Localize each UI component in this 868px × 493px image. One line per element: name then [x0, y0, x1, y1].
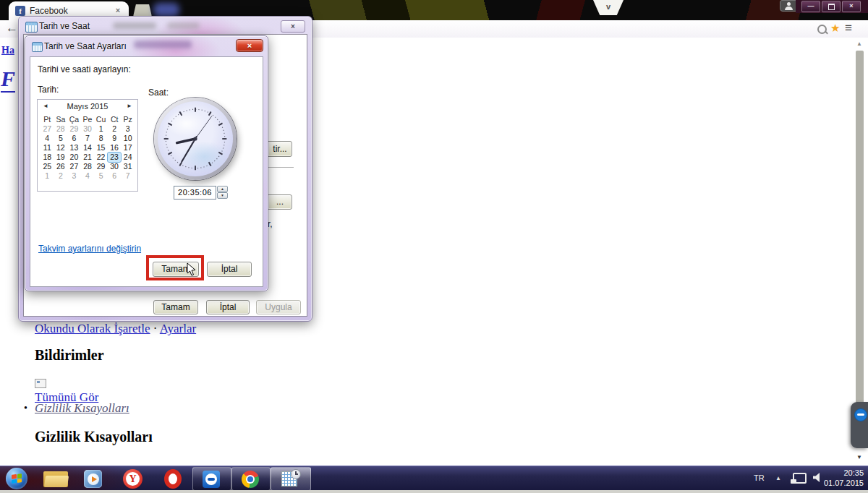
bookmark-star-icon[interactable]: ★ — [830, 22, 840, 35]
settings-link[interactable]: Ayarlar — [160, 322, 196, 335]
cancel-button[interactable]: İptal — [206, 300, 250, 314]
calendar-day[interactable]: 30 — [81, 124, 95, 134]
calendar-day[interactable]: 28 — [54, 124, 68, 134]
scrollbar-down-icon[interactable]: ▼ — [856, 454, 862, 460]
calendar-day[interactable]: 30 — [108, 162, 122, 171]
calendar-day[interactable]: 2 — [54, 171, 68, 181]
calendar-day[interactable]: 4 — [81, 171, 95, 181]
tab-title: Facebook — [30, 6, 68, 16]
yandex-browser-icon[interactable]: Y — [123, 469, 142, 489]
calendar-day[interactable]: 1 — [41, 171, 54, 181]
calendar-day[interactable]: 4 — [41, 134, 54, 143]
calendar-day[interactable]: 18 — [41, 153, 54, 162]
calendar-day[interactable]: 26 — [54, 162, 68, 171]
time-input[interactable]: 20:35:06 — [174, 186, 216, 200]
calendar-day[interactable]: 2 — [108, 124, 122, 134]
network-icon[interactable] — [793, 473, 807, 484]
teamviewer-icon — [203, 471, 220, 488]
restore-button[interactable] — [822, 1, 841, 12]
calendar-day[interactable]: 13 — [67, 143, 81, 153]
calendar-day[interactable]: 31 — [121, 162, 135, 171]
calendar-day[interactable]: 10 — [121, 134, 135, 143]
opera-icon[interactable] — [164, 469, 182, 489]
calendar-day[interactable]: 8 — [94, 134, 108, 143]
time-spinner-up-icon[interactable]: ▲ — [217, 186, 228, 192]
calendar-day[interactable]: 15 — [94, 143, 108, 153]
apply-button: Uygula — [256, 300, 301, 314]
calendar-day[interactable]: 7 — [81, 134, 95, 143]
scrollbar-up-icon[interactable]: ▲ — [856, 40, 862, 47]
calendar-day[interactable]: 11 — [41, 143, 54, 153]
teamviewer-side-panel-tab[interactable] — [851, 402, 868, 448]
calendar-day[interactable]: 17 — [121, 143, 135, 153]
calendar-day[interactable]: 27 — [41, 124, 54, 134]
calendar-day[interactable]: 1 — [94, 124, 108, 134]
calendar-day[interactable]: 20 — [67, 153, 81, 162]
back-button-icon[interactable]: ← — [6, 21, 18, 35]
menu-icon[interactable]: ≡ — [845, 21, 853, 35]
taskbar-datetime-button[interactable] — [271, 467, 311, 491]
change-date-time-button-fragment[interactable]: tir... — [268, 141, 292, 157]
change-time-zone-button-fragment[interactable]: ... — [268, 194, 292, 210]
links-row: Okundu Olarak İşaretle · Ayarlar — [35, 322, 196, 336]
change-calendar-settings-link[interactable]: Takvim ayarlarını değiştirin — [38, 244, 141, 254]
close-dialog-button[interactable]: × — [236, 39, 263, 52]
calendar-day[interactable]: 22 — [94, 153, 108, 162]
time-spinner-down-icon[interactable]: ▼ — [217, 192, 228, 199]
window-controls: — × — [796, 0, 868, 13]
calendar-day[interactable]: 21 — [81, 153, 95, 162]
calendar-next-icon[interactable]: ► — [127, 103, 132, 109]
calendar-day[interactable]: 6 — [108, 171, 122, 181]
calendar-day[interactable]: 7 — [121, 171, 135, 181]
calendar-day[interactable]: 24 — [121, 153, 135, 162]
calendar-day[interactable]: 5 — [94, 171, 108, 181]
close-dialog-button[interactable]: × — [281, 20, 305, 33]
close-window-button[interactable]: × — [842, 1, 861, 12]
new-tab-button[interactable] — [133, 4, 152, 17]
notifications-heading: Bildirimler — [35, 347, 104, 364]
media-player-icon[interactable] — [84, 470, 102, 488]
volume-icon[interactable] — [813, 473, 820, 482]
tab-close-icon[interactable]: × — [113, 5, 123, 15]
calendar-day[interactable]: 3 — [121, 124, 135, 134]
dialog-body: Tarihi ve saati ayarlayın: Tarih: Saat: … — [30, 56, 263, 287]
language-indicator[interactable]: TR — [754, 473, 765, 482]
start-button[interactable] — [6, 468, 27, 489]
clock-svg — [158, 101, 233, 176]
partial-link-fragment[interactable]: Ha — [1, 45, 14, 56]
privacy-heading: Gizlilik Kısayolları — [35, 429, 153, 445]
page-scrollbar[interactable]: ▲ ▼ — [854, 40, 866, 464]
taskbar-chrome-button[interactable] — [231, 467, 271, 491]
calendar-day[interactable]: 19 — [54, 153, 68, 162]
ok-button[interactable]: Tamam — [153, 300, 198, 314]
calendar-weekday: Ça — [67, 115, 81, 124]
tray-clock[interactable]: 20:35 01.07.2015 — [824, 468, 864, 488]
privacy-shortcuts-link[interactable]: Gizlilik Kısayolları — [35, 401, 129, 416]
calendar-day[interactable]: 5 — [54, 134, 68, 143]
calendar-day[interactable]: 14 — [81, 143, 95, 153]
explorer-icon[interactable] — [43, 471, 68, 487]
calendar-day[interactable]: 27 — [67, 162, 81, 171]
minimize-button[interactable]: — — [801, 1, 820, 12]
calendar-day-selected[interactable]: 23 — [108, 153, 122, 162]
calendar-day[interactable]: 6 — [67, 134, 81, 143]
mark-read-link[interactable]: Okundu Olarak İşaretle — [35, 322, 150, 335]
hidden-icons-icon[interactable]: ▲ — [775, 475, 781, 481]
blurred-artifact — [113, 22, 156, 29]
taskbar-teamviewer-button[interactable] — [192, 467, 231, 491]
calendar-day[interactable]: 29 — [67, 124, 81, 134]
calendar-day[interactable]: 16 — [108, 143, 122, 153]
calendar-day[interactable]: 12 — [54, 143, 68, 153]
calendar-day[interactable]: 28 — [81, 162, 95, 171]
chrome-icon — [242, 471, 259, 488]
zoom-icon[interactable] — [817, 25, 827, 34]
calendar-day[interactable]: 25 — [41, 162, 54, 171]
cancel-button[interactable]: İptal — [207, 262, 252, 277]
calendar: ◄ Mayıs 2015 ► PtSaÇaPeCuCtPz27282930123… — [37, 99, 138, 192]
calendar-weekday: Ct — [108, 115, 122, 124]
scrollbar-thumb[interactable] — [856, 51, 864, 448]
calendar-day[interactable]: 3 — [67, 171, 81, 181]
calendar-day[interactable]: 29 — [94, 162, 108, 171]
tab-list-chevron-icon[interactable]: v — [593, 0, 624, 15]
calendar-day[interactable]: 9 — [108, 134, 122, 143]
